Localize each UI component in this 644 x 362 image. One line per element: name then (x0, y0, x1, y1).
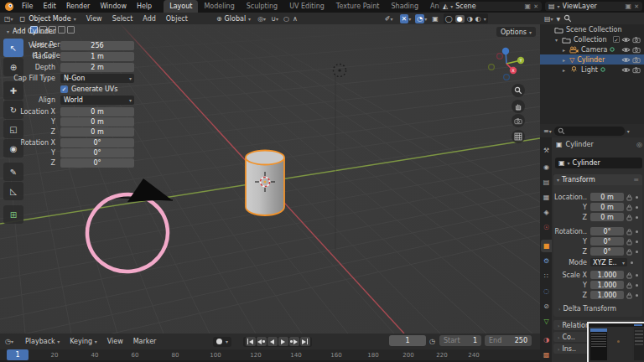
viewport-menu-object[interactable]: Object (161, 15, 193, 23)
chevron-down-icon[interactable]: ▾ (627, 128, 630, 134)
number-field[interactable]: 2 m (60, 63, 134, 72)
workspace-tab-modeling[interactable]: Modeling (198, 0, 240, 13)
lock-icon[interactable] (626, 214, 632, 221)
properties-tab-output[interactable]: ▤ (541, 176, 552, 189)
number-field[interactable]: 0° (590, 247, 624, 256)
render-visibility-icon[interactable] (632, 36, 641, 44)
next-keyframe-button[interactable] (289, 337, 299, 346)
properties-tab-modifiers[interactable]: ⚙ (541, 255, 552, 267)
number-field[interactable]: 0° (590, 227, 624, 235)
workspace-tab-texture-paint[interactable]: Texture Paint (330, 0, 386, 13)
operator-panel-title[interactable]: ▾Add Cylinder (7, 28, 55, 35)
number-field[interactable]: 0° (60, 148, 134, 158)
play-button[interactable] (278, 337, 288, 346)
outliner-label[interactable]: Camera (581, 46, 607, 54)
lock-icon[interactable] (626, 282, 632, 289)
record-icon[interactable] (216, 339, 222, 344)
topbar-menu-edit[interactable]: Edit (38, 3, 61, 10)
lock-icon[interactable] (626, 194, 632, 201)
lock-icon[interactable] (626, 238, 632, 246)
current-frame-field[interactable]: 1 (389, 335, 426, 346)
orientation-selector[interactable]: Global (225, 15, 247, 23)
properties-tab-world[interactable]: ☉ (541, 221, 552, 234)
play-reverse-button[interactable] (267, 337, 278, 346)
shading-wireframe-icon[interactable]: ◯ (445, 15, 453, 23)
workspace-tab-layout[interactable]: Layout (164, 0, 198, 13)
outliner-row-scene-collection[interactable]: Scene Collection (540, 24, 644, 34)
view-layer-selector[interactable]: ▤▾ ViewLayer ▣✕ (545, 2, 642, 11)
search-icon[interactable] (564, 14, 572, 23)
blender-logo-icon[interactable] (4, 2, 14, 12)
workspace-tab-shading[interactable]: Shading (385, 0, 424, 13)
animate-dot-icon[interactable] (636, 240, 638, 243)
number-field[interactable]: 0° (590, 237, 624, 246)
properties-tab-texture[interactable]: ▩ (541, 349, 552, 361)
number-field[interactable]: 1.000 (590, 281, 624, 289)
number-field[interactable]: 1.000 (590, 291, 624, 299)
filter-icon[interactable]: ▼ (557, 16, 561, 22)
outliner-row-cylinder[interactable]: ▸▽Cylinder (540, 54, 644, 65)
nav-camera-view[interactable] (512, 114, 525, 127)
number-field[interactable]: 0 m (60, 107, 134, 116)
tool-add-cube-button[interactable]: ⊞ (3, 205, 23, 224)
topbar-menu-render[interactable]: Render (61, 3, 95, 10)
display-mode-icon[interactable]: ▤▾ (544, 15, 553, 23)
render-visibility-icon[interactable] (632, 56, 641, 64)
select-mode-intersect-icon[interactable] (67, 26, 75, 34)
animate-dot-icon[interactable] (636, 294, 638, 297)
properties-tab-scene[interactable]: ◈ (541, 206, 552, 219)
object-name-field[interactable]: ▣▾ Cylinder (555, 158, 642, 168)
proportional-editing-icon[interactable]: ○ (283, 15, 289, 23)
timeline-menu-playback[interactable]: Playback ▾ (20, 338, 65, 345)
animate-dot-icon[interactable] (636, 216, 638, 219)
eye-visibility-icon[interactable] (621, 46, 631, 54)
breadcrumb-object[interactable]: Cylinder (566, 141, 594, 148)
timeline-menu-keying[interactable]: Keying ▾ (65, 338, 101, 345)
xray-toggle-icon[interactable]: ▣ (432, 15, 439, 23)
outliner-label[interactable]: Collection (574, 36, 607, 44)
delta-transform-toggle[interactable]: › Delta Transform (558, 305, 616, 313)
properties-editor-icon[interactable]: ≡▾ (543, 127, 552, 135)
scene-selector[interactable]: ◭▾ Scene ▣✕ (439, 2, 542, 11)
lock-icon[interactable] (626, 228, 632, 235)
shading-solid-icon[interactable]: ● (455, 15, 465, 23)
gizmo-toggle-icon[interactable]: ✐▾ (385, 15, 393, 23)
nav-perspective-toggle[interactable] (512, 130, 525, 143)
outliner-label[interactable]: Cylinder (577, 56, 605, 64)
number-field[interactable]: 1.000 (590, 271, 624, 279)
outliner-row-camera[interactable]: ▸Camera (540, 44, 644, 54)
viewport-menu-add[interactable]: Add (138, 15, 161, 23)
timeline-ruler[interactable]: 1 20406080100120140160180200220240 (0, 349, 540, 360)
editor-type-icon[interactable]: ◳▾ (4, 15, 13, 23)
shading-rendered-icon[interactable]: ◐ (475, 15, 481, 23)
timeline-editor-icon[interactable]: ◷▾ (5, 338, 13, 345)
eye-visibility-icon[interactable] (621, 66, 631, 74)
properties-tab-view-layer[interactable]: ▦ (541, 191, 552, 204)
workspace-tab-uv-editing[interactable]: UV Editing (283, 0, 330, 13)
eye-visibility-icon[interactable] (621, 36, 631, 44)
topbar-menu-file[interactable]: File (17, 3, 38, 10)
properties-tab-material[interactable]: ◑ (541, 334, 552, 346)
number-field[interactable]: 0 m (60, 117, 134, 127)
expander-icon[interactable]: ▸ (561, 47, 567, 53)
nav-pan-hand[interactable] (512, 100, 525, 113)
animate-dot-icon[interactable] (636, 196, 638, 199)
lock-icon[interactable] (626, 204, 632, 211)
close-icon[interactable]: ✕ (634, 3, 639, 10)
properties-tab-constraints[interactable]: ⊘ (541, 300, 552, 313)
eye-visibility-icon[interactable] (621, 56, 631, 64)
number-field[interactable]: 256 (60, 41, 134, 50)
outliner-label[interactable]: Light (581, 66, 598, 74)
lock-icon[interactable] (626, 248, 632, 256)
pin-icon[interactable]: ◎ (636, 141, 642, 148)
lock-icon[interactable] (626, 292, 632, 299)
properties-tab-tool[interactable]: ⚒ (541, 144, 552, 157)
number-field[interactable]: 0° (60, 158, 134, 168)
number-field[interactable]: 1 m (60, 52, 134, 61)
start-frame-field[interactable]: Start1 (439, 335, 481, 346)
expander-icon[interactable]: ▾ (553, 37, 559, 43)
new-layer-icon[interactable]: ▣ (626, 3, 632, 10)
number-field[interactable]: 0 m (60, 127, 134, 137)
mode-select[interactable]: XYZ E..▾ (590, 258, 627, 266)
properties-search-input[interactable] (554, 127, 625, 136)
